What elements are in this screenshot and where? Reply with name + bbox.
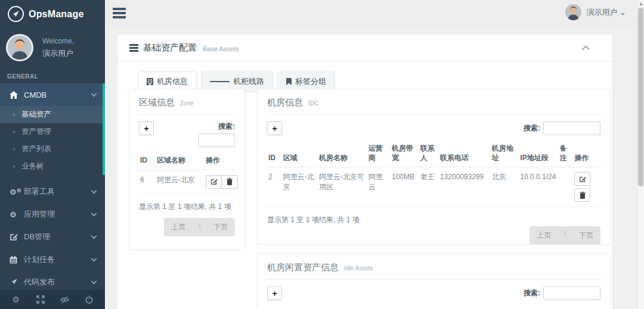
gear-icon: ⚙ (10, 210, 24, 219)
sidebar-item-cmdb[interactable]: CMDB (0, 83, 105, 106)
column-header[interactable]: 操作 (573, 141, 600, 167)
eye-slash-icon[interactable] (58, 296, 72, 304)
zone-add-button[interactable]: + (139, 121, 154, 135)
column-header[interactable]: ID (267, 141, 282, 167)
subitem-label: 基础资产 (21, 110, 51, 120)
idc-add-button[interactable]: + (267, 121, 282, 135)
idc-card-title: 机房信息 (267, 97, 303, 108)
collapse-chevron-up-icon[interactable] (582, 45, 590, 53)
table-row: 6 阿里云-北京 (139, 170, 235, 193)
page-scrollbar[interactable] (637, 0, 644, 309)
chevron-down-icon (91, 188, 97, 194)
column-header[interactable]: 操作 (564, 306, 600, 309)
subitem-label: 资产列表 (21, 144, 51, 154)
sidebar-subitem-business-tree[interactable]: 业务树 (0, 158, 105, 175)
column-header[interactable]: 机房地址 (491, 141, 519, 167)
scroll-up-arrow[interactable] (639, 2, 643, 5)
column-header[interactable]: 区域 (282, 141, 318, 167)
idle-search-input[interactable] (543, 286, 600, 300)
page-number[interactable]: 1 (558, 226, 572, 245)
page-number[interactable]: 1 (193, 218, 206, 236)
zone-card-subtitle: Zone (180, 100, 194, 107)
prev-page-button[interactable]: 上页 (530, 226, 558, 245)
next-page-button[interactable]: 下页 (572, 226, 600, 245)
subitem-label: 资产管理 (21, 127, 51, 137)
sidebar-item-deploy-tools[interactable]: ⚙⚙ 部署工具 (0, 180, 105, 203)
power-icon[interactable] (83, 295, 96, 304)
zone-search-input[interactable] (198, 133, 235, 147)
sidebar-section-label: GENERAL (0, 68, 105, 83)
idc-table: ID 区域 机房名称 运营商 机房带宽 联系人 联系电话 机房地址 IP地址段 … (267, 141, 600, 207)
column-header[interactable]: 所在机房 (289, 306, 346, 309)
list-icon (210, 80, 230, 83)
edit-button[interactable] (574, 172, 590, 186)
column-header[interactable]: 区域名称 (156, 153, 205, 170)
sidebar: OpsManage Welcome, 演示用户 GENERAL CMDB 基础资… (0, 0, 105, 309)
column-header[interactable]: 运营商 (367, 141, 391, 167)
tab-label: 机房信息 (157, 76, 188, 87)
calendar-icon (10, 256, 24, 264)
panel-header: 基础资产配置 Base Assets (117, 35, 612, 61)
column-header[interactable]: 数量 (403, 306, 436, 309)
edit-button[interactable] (206, 175, 222, 189)
list-bars-icon (129, 43, 138, 54)
topbar-avatar (565, 4, 581, 20)
settings-gear-icon[interactable]: ⚙ (10, 295, 23, 304)
zone-row-id: 6 (139, 170, 156, 193)
idc-cell-contact: 老王 (419, 167, 439, 207)
idc-cell-zone: 阿里云-北京 (282, 167, 318, 207)
sidebar-item-label: 应用管理 (24, 209, 55, 220)
zone-row-name: 阿里云-北京 (156, 170, 205, 193)
column-header[interactable]: IP地址段 (519, 141, 558, 167)
idc-search-input[interactable] (543, 121, 600, 135)
bookmark-icon (286, 78, 292, 85)
hamburger-icon[interactable] (113, 8, 126, 19)
column-header[interactable]: ID (267, 306, 289, 309)
column-header[interactable]: 登记员 (436, 306, 481, 309)
idle-card-title: 机房闲置资产信息 (267, 262, 339, 273)
chevron-down-icon (91, 91, 97, 97)
column-header[interactable]: 机房名称 (318, 141, 367, 167)
column-header[interactable]: 操作 (205, 153, 235, 170)
column-header[interactable]: 记录时间 (510, 306, 564, 309)
sidebar-item-label: 代码发布 (24, 277, 55, 288)
page-subtitle: Base Assets (203, 43, 239, 52)
idc-search-label: 搜索: (524, 123, 540, 133)
zone-card: 区域信息 Zone + 搜索: ID 区域名称 操作 6 阿里云-北京 (129, 89, 245, 250)
idc-table-info: 显示第 1 至 1 项结果, 共 1 项 (267, 214, 600, 225)
delete-button[interactable] (574, 188, 590, 202)
column-header[interactable]: 机房带宽 (391, 141, 419, 167)
idc-card-subtitle: IDC (308, 100, 318, 107)
sidebar-subitem-asset-list[interactable]: 资产列表 (0, 141, 105, 158)
delete-button[interactable] (222, 175, 238, 189)
cmdb-submenu: 基础资产 资产管理 资产列表 业务树 (0, 106, 105, 175)
sidebar-subitem-base-assets[interactable]: 基础资产 (0, 106, 105, 123)
column-header[interactable]: 联系人 (419, 141, 439, 167)
prev-page-button[interactable]: 上页 (164, 218, 193, 236)
app-logo[interactable]: OpsManage (0, 0, 105, 28)
page-title: 基础资产配置 (143, 42, 197, 54)
column-header[interactable]: 备注 (559, 141, 574, 167)
idle-search-label: 搜索: (524, 288, 540, 298)
next-page-button[interactable]: 下页 (206, 218, 235, 236)
nav-group-cmdb: CMDB 基础资产 资产管理 资产列表 业务树 (0, 83, 105, 175)
idle-add-button[interactable]: + (267, 286, 282, 300)
sidebar-item-label: 部署工具 (24, 186, 55, 197)
sidebar-item-cron-tasks[interactable]: 计划任务 (0, 248, 105, 271)
column-header[interactable]: 联系电话 (439, 141, 491, 167)
send-icon (10, 278, 24, 286)
scrollbar-thumb[interactable] (638, 8, 643, 186)
sidebar-subitem-asset-manage[interactable]: 资产管理 (0, 123, 105, 141)
chevron-down-icon (91, 211, 97, 217)
column-header[interactable]: 备注 (481, 306, 510, 309)
sidebar-item-app-manage[interactable]: ⚙ 应用管理 (0, 203, 105, 226)
fullscreen-icon[interactable] (34, 295, 47, 304)
column-header[interactable]: 资产名称 (346, 306, 403, 309)
sidebar-item-db-manage[interactable]: DB管理 (0, 226, 105, 248)
avatar (6, 34, 33, 61)
sidebar-profile[interactable]: Welcome, 演示用户 (0, 28, 105, 68)
chevron-down-icon (91, 256, 97, 262)
user-dropdown[interactable]: 演示用户 ⌄ (565, 4, 626, 20)
idle-assets-card: 机房闲置资产信息 Idle Assets + 搜索: ID 所在机房 资产名称 … (257, 254, 611, 309)
column-header[interactable]: ID (139, 153, 156, 170)
